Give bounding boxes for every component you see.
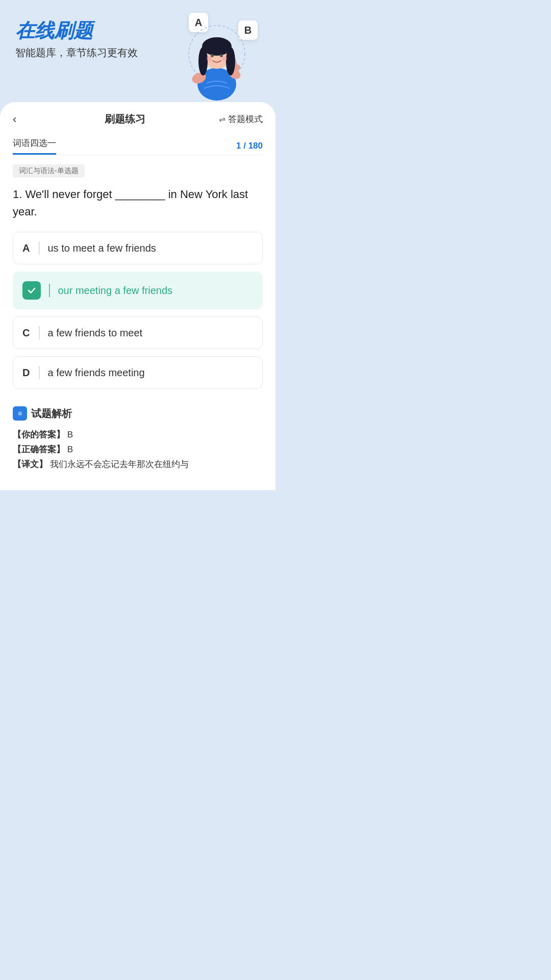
translation-line: 【译文】 我们永远不会忘记去年那次在纽约与 xyxy=(13,457,263,472)
option-c-letter: C xyxy=(22,327,39,339)
svg-point-10 xyxy=(211,54,214,57)
checkmark-icon xyxy=(27,285,37,296)
current-question: 1 xyxy=(236,141,241,151)
svg-point-11 xyxy=(220,54,223,57)
analysis-title-text: 试题解析 xyxy=(31,407,72,421)
correct-answer-label: 【正确答案】 xyxy=(13,445,65,454)
question-count: 1 / 180 xyxy=(236,141,263,151)
question-body: We'll never forget ________ in New York … xyxy=(13,188,248,218)
character-illustration: A B xyxy=(173,10,260,102)
translation-text: 我们永远不会忘记去年那次在纽约与 xyxy=(50,459,189,469)
option-d[interactable]: D a few friends meeting xyxy=(13,356,263,389)
option-b-divider xyxy=(49,284,50,297)
option-a-divider xyxy=(39,241,40,255)
option-d-letter: D xyxy=(22,367,39,379)
option-a[interactable]: A us to meet a few friends xyxy=(13,232,263,264)
analysis-section: ≡ 试题解析 【你的答案】 B 【正确答案】 B 【译文】 我们永远不会忘记去年… xyxy=(0,396,276,472)
header-area: 在线刷题 智能题库，章节练习更有效 A B xyxy=(0,0,276,102)
count-separator: / xyxy=(243,141,248,151)
option-a-letter: A xyxy=(22,242,39,254)
correct-answer-line: 【正确答案】 B xyxy=(13,443,263,457)
your-answer-value: B xyxy=(67,430,73,439)
svg-point-13 xyxy=(222,56,227,61)
option-c-text: a few friends to meet xyxy=(48,327,143,339)
back-button[interactable]: ‹ xyxy=(13,113,31,126)
translation-label: 【译文】 xyxy=(13,459,47,469)
question-text: 1. We'll never forget ________ in New Yo… xyxy=(13,186,263,220)
mode-label: 答题模式 xyxy=(228,113,263,125)
option-b-check xyxy=(22,281,41,300)
analysis-title: ≡ 试题解析 xyxy=(13,406,263,421)
question-number: 1. xyxy=(13,188,22,201)
option-c[interactable]: C a few friends to meet xyxy=(13,316,263,349)
total-questions: 180 xyxy=(248,141,263,151)
tab-label[interactable]: 词语四选一 xyxy=(13,137,56,155)
question-tag: 词汇与语法-单选题 xyxy=(13,164,85,178)
nav-title: 刷题练习 xyxy=(105,112,145,126)
option-b[interactable]: our meeting a few friends xyxy=(13,272,263,309)
svg-point-8 xyxy=(198,47,208,76)
option-d-divider xyxy=(39,366,40,379)
option-c-divider xyxy=(39,326,40,339)
nav-bar: ‹ 刷题练习 ⇌ 答题模式 xyxy=(0,102,276,131)
svg-point-12 xyxy=(207,56,212,61)
your-answer-label: 【你的答案】 xyxy=(13,430,65,439)
option-b-text: our meeting a few friends xyxy=(58,285,173,297)
analysis-icon: ≡ xyxy=(13,406,27,421)
svg-point-9 xyxy=(226,47,235,76)
tab-row: 词语四选一 1 / 180 xyxy=(0,131,276,155)
your-answer-line: 【你的答案】 B xyxy=(13,428,263,443)
correct-answer-value: B xyxy=(67,445,73,454)
mode-button[interactable]: ⇌ 答题模式 xyxy=(219,113,263,125)
mode-icon: ⇌ xyxy=(219,114,226,124)
option-a-text: us to meet a few friends xyxy=(48,242,156,254)
character-svg xyxy=(179,23,255,102)
main-card: ‹ 刷题练习 ⇌ 答题模式 词语四选一 1 / 180 词汇与语法-单选题 1.… xyxy=(0,102,276,490)
option-d-text: a few friends meeting xyxy=(48,367,145,379)
question-area: 词汇与语法-单选题 1. We'll never forget ________… xyxy=(0,155,276,389)
